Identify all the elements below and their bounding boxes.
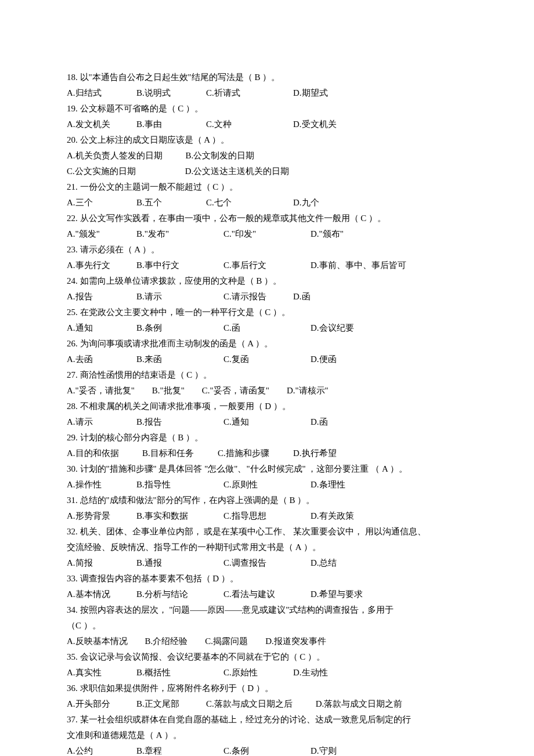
- options-row: A.简报B.通报C.调查报告D.总结: [67, 555, 467, 571]
- option: D.报道突发事件: [265, 634, 326, 649]
- question-stem: 28. 不相隶属的机关之间请求批准事项，一般要用（ D ）。: [67, 399, 467, 414]
- question-stem: 26. 为询问事项或请求批准而主动制发的函是（ A ）。: [67, 336, 467, 352]
- option: B.事中行文: [136, 258, 223, 273]
- option: A.开头部分: [67, 696, 136, 712]
- option: D.期望式: [293, 85, 328, 101]
- option: D.执行希望: [293, 446, 337, 461]
- options-row: A."颁发"B."发布"C."印发"D."颁布": [67, 226, 467, 242]
- question-answer-line: （C ）。: [67, 618, 467, 634]
- option: D."请核示": [287, 383, 329, 399]
- option: A.形势背景: [67, 508, 136, 524]
- option: B.五个: [136, 195, 206, 211]
- document-body: 18. 以"本通告自公布之日起生效"结尾的写法是（ B ）。A.归结式B.说明式…: [67, 70, 467, 756]
- question-stem: 24. 如需向上级单位请求拨款，应使用的文种是（ B ）。: [67, 273, 467, 289]
- question-stem: 交流经验、反映情况、指导工作的一种期刊式常用文书是（ A ）。: [67, 540, 467, 555]
- question-stem: 37. 某一社会组织或群体在自觉自愿的基础上，经过充分的讨论、达成一致意见后制定…: [67, 712, 467, 728]
- options-row: A.报告B.请示C.请示报告D.函: [67, 289, 467, 305]
- question-stem: 33. 调查报告内容的基本要素不包括（ D ）。: [67, 571, 467, 587]
- option: D.生动性: [293, 665, 328, 681]
- options-row: A.机关负责人签发的日期B.公文制发的日期: [67, 148, 467, 164]
- question-stem: 27. 商洽性函惯用的结束语是（ C ）。: [67, 367, 467, 383]
- options-row: C.公文实施的日期D.公文送达主送机关的日期: [67, 164, 467, 179]
- option: D.总结: [311, 555, 337, 571]
- options-row: A.去函B.来函C.复函D.便函: [67, 352, 467, 367]
- option: A.目的和依据: [67, 446, 142, 461]
- question-stem: 18. 以"本通告自公布之日起生效"结尾的写法是（ B ）。: [67, 70, 467, 85]
- option: A.基本情况: [67, 587, 136, 602]
- options-row: A.请示B.报告C.通知D.函: [67, 414, 467, 430]
- question-stem: 20. 公文上标注的成文日期应该是（ A ）。: [67, 132, 467, 148]
- option: A.反映基本情况: [67, 634, 128, 649]
- option: C.祈请式: [206, 85, 293, 101]
- options-row: A.反映基本情况B.介绍经验C.揭露问题D.报道突发事件: [67, 634, 467, 649]
- option: C.指导思想: [223, 508, 311, 524]
- option: B.事由: [136, 117, 206, 132]
- option: B.公文制发的日期: [186, 148, 255, 164]
- options-row: A.通知B.条例C.函D.会议纪要: [67, 320, 467, 336]
- option: D.落款与成文日期之前: [316, 696, 403, 712]
- option: B.目标和任务: [142, 446, 218, 461]
- option: A.机关负责人签发的日期: [67, 148, 163, 164]
- option: C.看法与建议: [223, 587, 311, 602]
- option: A.事先行文: [67, 258, 136, 273]
- option: D.公文送达主送机关的日期: [185, 164, 290, 179]
- option: A.真实性: [67, 665, 136, 681]
- options-row: A.形势背景B.事实和数据C.指导思想D.有关政策: [67, 508, 467, 524]
- option: D.守则: [311, 743, 337, 756]
- option: A.请示: [67, 414, 136, 430]
- options-row: A.发文机关B.事由C.文种D.受文机关: [67, 117, 467, 132]
- options-row: A.三个B.五个C.七个D.九个: [67, 195, 467, 211]
- question-stem: 19. 公文标题不可省略的是（ C ）。: [67, 101, 467, 117]
- option: A.去函: [67, 352, 136, 367]
- question-stem: 21. 一份公文的主题词一般不能超过（ C ）。: [67, 179, 467, 195]
- option: A.简报: [67, 555, 136, 571]
- option: D.受文机关: [293, 117, 337, 132]
- option: B.说明式: [136, 85, 206, 101]
- option: D.便函: [311, 352, 337, 367]
- question-stem: 34. 按照内容表达的层次， "问题——原因——意见或建议"式结构的调查报告，多…: [67, 602, 467, 618]
- option: C.复函: [223, 352, 311, 367]
- option: C.文种: [206, 117, 293, 132]
- option: A."妥否，请批复": [67, 383, 135, 399]
- option: B.通报: [136, 555, 223, 571]
- options-row: A.开头部分B.正文尾部C.落款与成文日期之后D.落款与成文日期之前: [67, 696, 467, 712]
- question-stem: 31. 总结的"成绩和做法"部分的写作，在内容上强调的是（ B ）。: [67, 493, 467, 508]
- option: C."妥否，请函复": [202, 383, 269, 399]
- option: C.条例: [223, 743, 311, 756]
- option: A.归结式: [67, 85, 136, 101]
- option: B.概括性: [136, 665, 223, 681]
- options-row: A.公约B.章程C.条例D.守则: [67, 743, 467, 756]
- option: D.事前、事中、事后皆可: [311, 258, 406, 273]
- option: A."颁发": [67, 226, 136, 242]
- option: B.正文尾部: [136, 696, 206, 712]
- options-row: A.事先行文B.事中行文C.事后行文D.事前、事中、事后皆可: [67, 258, 467, 273]
- option: D.希望与要求: [311, 587, 363, 602]
- question-stem: 29. 计划的核心部分内容是（ B ）。: [67, 430, 467, 446]
- options-row: A.基本情况B.分析与结论C.看法与建议D.希望与要求: [67, 587, 467, 602]
- option: B.介绍经验: [145, 634, 188, 649]
- option: B.分析与结论: [136, 587, 223, 602]
- option: C.调查报告: [223, 555, 311, 571]
- option: C.落款与成文日期之后: [206, 696, 293, 712]
- option: A.报告: [67, 289, 136, 305]
- option: B.来函: [136, 352, 223, 367]
- option: C.措施和步骤: [218, 446, 293, 461]
- option: C."印发": [223, 226, 311, 242]
- option: B.条例: [136, 320, 223, 336]
- option: B.指导性: [136, 477, 223, 493]
- question-stem: 30. 计划的"措施和步骤" 是具体回答 "怎么做"、"什么时候完成" ，这部分…: [67, 461, 467, 477]
- option: D.函: [311, 414, 328, 430]
- option: C.通知: [223, 414, 311, 430]
- option: B.请示: [136, 289, 223, 305]
- option: C.请示报告: [223, 289, 293, 305]
- option: D.会议纪要: [311, 320, 354, 336]
- option: A.公约: [67, 743, 136, 756]
- option: B.章程: [136, 743, 223, 756]
- question-stem: 23. 请示必须在（ A ）。: [67, 242, 467, 258]
- option: C.揭露问题: [205, 634, 248, 649]
- options-row: A.归结式B.说明式C.祈请式D.期望式: [67, 85, 467, 101]
- option: D.函: [293, 289, 311, 305]
- options-row: A.真实性B.概括性C.原始性D.生动性: [67, 665, 467, 681]
- options-row: A.目的和依据B.目标和任务C.措施和步骤D.执行希望: [67, 446, 467, 461]
- option: A.操作性: [67, 477, 136, 493]
